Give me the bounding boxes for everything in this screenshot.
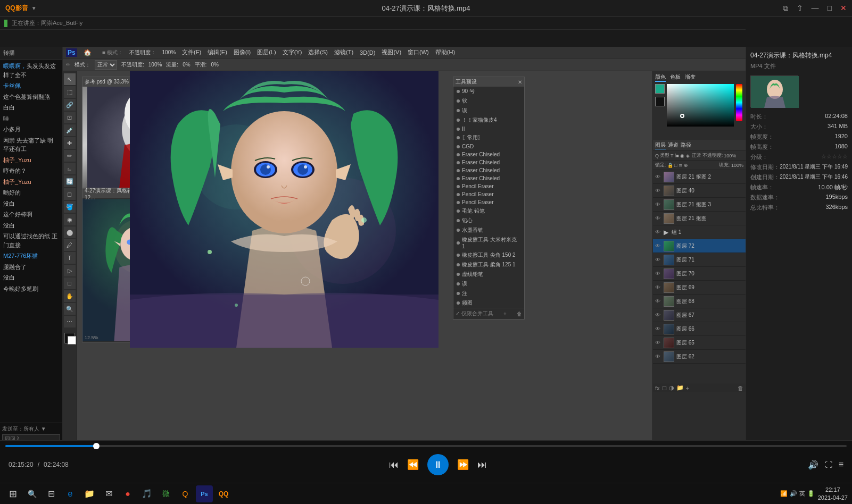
progress-thumb[interactable]: [93, 443, 100, 449]
tool-brush-pencil[interactable]: 毛笔 铅笔: [453, 206, 524, 216]
layer-blend-mode[interactable]: 正常: [692, 152, 701, 159]
tool-error2[interactable]: 误: [453, 279, 524, 289]
music-icon[interactable]: 🎵: [138, 485, 155, 502]
tool-ink[interactable]: 水墨香铣: [453, 225, 524, 235]
layer-eye-g[interactable]: 👁: [655, 229, 661, 236]
ps-edit-menu[interactable]: 编辑(E): [208, 48, 227, 56]
ps-tool-brush[interactable]: ✏: [64, 150, 76, 162]
layer-item-1[interactable]: 👁 图层 21 抠图 2: [653, 170, 746, 184]
tool-ii[interactable]: II: [453, 125, 524, 133]
ps-tool-pen[interactable]: 🖊: [64, 239, 76, 251]
layer-item-67[interactable]: 👁 图层 67: [653, 308, 746, 322]
tool-cgd[interactable]: CGD: [453, 142, 524, 150]
background-color[interactable]: [655, 97, 665, 106]
ps-tool-stamp[interactable]: ⎁: [64, 163, 76, 174]
ps-tool-shape[interactable]: □: [64, 278, 76, 289]
ps-tool-crop[interactable]: ⊡: [64, 112, 76, 123]
layer-type-select[interactable]: 类型: [660, 152, 669, 159]
new-group-icon[interactable]: 📁: [676, 384, 684, 391]
edge-icon[interactable]: e: [62, 485, 79, 502]
app7-icon[interactable]: Q: [177, 485, 194, 502]
tool-freq[interactable]: 频图: [453, 298, 524, 308]
ps-3d-menu[interactable]: 3D(D): [360, 49, 375, 56]
tool-common[interactable]: 〖常用〗: [453, 133, 524, 142]
layer-eye-69[interactable]: 👁: [655, 284, 661, 291]
ps-tool-select[interactable]: ⬚: [64, 86, 76, 98]
pause-button[interactable]: ⏸: [427, 454, 449, 475]
layer-eye-1[interactable]: 👁: [655, 174, 661, 180]
ps-tool-history[interactable]: 🔄: [64, 175, 76, 187]
color-gradient-picker[interactable]: [667, 84, 734, 127]
network-icon[interactable]: 📶: [780, 490, 788, 497]
ps-filter-menu[interactable]: 滤镜(T): [334, 48, 353, 56]
search-button[interactable]: 🔍: [23, 485, 40, 502]
layer-item-group[interactable]: 👁 ▶ 组 1: [653, 225, 746, 239]
ps-taskbar-icon[interactable]: Ps: [196, 485, 213, 502]
ps-file-menu[interactable]: 文件(F): [182, 48, 201, 56]
task-view-button[interactable]: ⊟: [43, 485, 60, 502]
weixin-icon[interactable]: 微: [158, 485, 175, 502]
layer-eye-66[interactable]: 👁: [655, 326, 661, 332]
layer-item-65[interactable]: 👁 图层 65: [653, 336, 746, 350]
paths-tab[interactable]: 路径: [681, 141, 691, 149]
tool-note[interactable]: 注: [453, 289, 524, 298]
ps-canvas[interactable]: 参考.psd @ 33.3% (图层 1,RGB/8位): [77, 71, 652, 447]
tool-eraser-sharp[interactable]: 橡皮擦工具 尖角 150 2: [453, 250, 524, 260]
layer-item-71[interactable]: 👁 图层 71: [653, 253, 746, 267]
start-button[interactable]: ⊞: [4, 485, 21, 502]
ps-tool-hand[interactable]: ✋: [64, 290, 76, 302]
tool-error[interactable]: 误: [453, 106, 524, 115]
channels-tab[interactable]: 通道: [668, 141, 679, 149]
battery-icon[interactable]: 🔋: [807, 490, 815, 497]
fullscreen-button[interactable]: ⛶: [825, 460, 832, 469]
tool-90[interactable]: 90 号: [453, 87, 524, 96]
tool-eraser-large[interactable]: 橡皮擦工具 大米村米克 1: [453, 235, 524, 250]
layer-item-70[interactable]: 👁 图层 70: [653, 267, 746, 281]
layer-eye-67[interactable]: 👁: [655, 312, 661, 318]
ps-select-menu[interactable]: 选择(S): [308, 48, 328, 56]
mail-icon[interactable]: ✉: [100, 485, 117, 502]
foreground-color[interactable]: [655, 84, 665, 94]
layer-eye-2[interactable]: 👁: [655, 188, 661, 194]
chrome-icon[interactable]: ●: [119, 485, 136, 502]
layer-eye-70[interactable]: 👁: [655, 271, 661, 277]
tools-panel-close[interactable]: ✕: [518, 79, 522, 85]
ps-help-menu[interactable]: 帮助(H): [435, 48, 455, 56]
volume-tray-icon[interactable]: 🔊: [790, 490, 797, 497]
ps-window-menu[interactable]: 窗口(W): [408, 48, 429, 56]
tool-dashed-pencil[interactable]: 虚线铅笔: [453, 270, 524, 279]
ps-tool-heal[interactable]: ✚: [64, 137, 76, 149]
layer-item-4[interactable]: 👁 图层 21 抠图: [653, 212, 746, 225]
ps-home-icon[interactable]: 🏠: [84, 49, 92, 56]
layer-eye-62[interactable]: 👁: [655, 354, 661, 360]
explorer-icon[interactable]: 📁: [81, 485, 98, 502]
new-layer-icon[interactable]: +: [686, 385, 689, 391]
close-button[interactable]: ✕: [840, 4, 847, 13]
ps-layer-menu[interactable]: 图层(L): [257, 48, 276, 56]
more-options-button[interactable]: ≡: [839, 460, 843, 469]
ps-brush-mode-select[interactable]: 正常: [95, 60, 117, 70]
ps-text-menu[interactable]: 文字(Y): [283, 48, 302, 56]
prev-button[interactable]: ⏮: [389, 459, 399, 471]
ps-tool-more[interactable]: ⋯: [64, 316, 76, 327]
ps-tool-zoom[interactable]: 🔍: [64, 303, 76, 315]
tool-eraser-chiseled-4[interactable]: Eraser Chiseled: [453, 174, 524, 182]
tool-pencil-core[interactable]: 铅心: [453, 216, 524, 225]
layer-item-69[interactable]: 👁 图层 69: [653, 281, 746, 295]
volume-button[interactable]: 🔊: [808, 460, 818, 470]
group-expand-icon[interactable]: ▶: [664, 229, 668, 236]
tool-eraser-chiseled-3[interactable]: Eraser Chiseled: [453, 166, 524, 174]
ps-tool-lasso[interactable]: 🔗: [64, 99, 76, 111]
ps-fg-color[interactable]: [64, 333, 75, 343]
delete-layer-icon[interactable]: 🗑: [738, 385, 743, 391]
tool-pencil-eraser-1[interactable]: Pencil Eraser: [453, 182, 524, 190]
progress-track[interactable]: [5, 445, 847, 447]
layer-eye-72[interactable]: 👁: [655, 243, 661, 249]
tools-add-icon[interactable]: +: [503, 311, 507, 317]
add-mask-icon[interactable]: ◻: [662, 384, 667, 391]
ps-view-menu[interactable]: 视图(V): [382, 48, 401, 56]
gradient-tab[interactable]: 渐变: [685, 73, 696, 82]
ps-image-menu[interactable]: 图像(I): [234, 48, 251, 56]
new-adj-icon[interactable]: ◑: [669, 384, 674, 391]
minimize-button[interactable]: —: [812, 4, 819, 13]
